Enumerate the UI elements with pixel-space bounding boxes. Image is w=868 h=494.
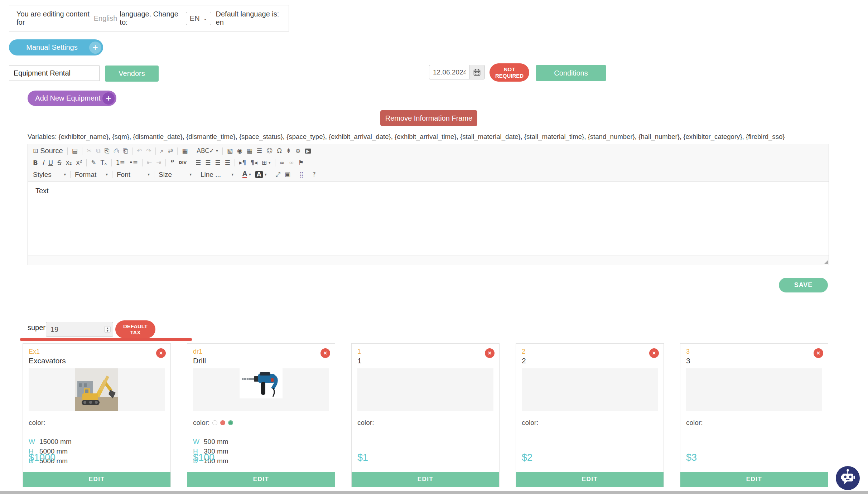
blockquote-icon[interactable]: ” (168, 159, 176, 167)
resize-handle[interactable] (824, 260, 828, 264)
undo-icon[interactable]: ↶ (135, 147, 144, 155)
delete-equipment-button[interactable]: ✕ (814, 348, 823, 358)
stepper-down-icon: ▾ (106, 329, 108, 332)
equipment-image-placeholder (29, 368, 165, 411)
add-new-equipment-button[interactable]: Add New Equipment + (28, 91, 116, 106)
delete-equipment-button[interactable]: ✕ (320, 348, 330, 358)
save-button[interactable]: SAVE (779, 278, 828, 292)
conditions-button[interactable]: Conditions (536, 65, 606, 81)
color-label: color: (522, 419, 538, 427)
table-icon[interactable]: ▦ (245, 147, 254, 155)
font-select[interactable]: Font▾ (115, 170, 151, 179)
line-height-select[interactable]: Line ...▾ (199, 170, 235, 179)
tax-number-input[interactable]: 19 ▴ ▾ (46, 322, 113, 337)
delete-equipment-button[interactable]: ✕ (156, 348, 166, 358)
edit-button[interactable]: EDIT (516, 472, 664, 487)
new-page-icon[interactable]: ▤ (70, 147, 79, 155)
remove-format-icon[interactable]: Tₓ (99, 159, 109, 166)
toolbar-divider (154, 171, 154, 178)
color-swatch-red[interactable] (220, 420, 225, 425)
default-tax-line1: DEFAULT (123, 323, 148, 329)
superscript-icon[interactable]: x² (74, 159, 84, 166)
show-blocks-icon[interactable]: ▣ (283, 171, 292, 178)
paste-word-icon[interactable]: ⎗ (121, 147, 130, 155)
size-select[interactable]: Size▾ (157, 170, 193, 179)
image-icon[interactable]: ▧ (225, 147, 235, 155)
about-icon[interactable]: ? (311, 171, 318, 178)
ltr-icon[interactable]: ▸¶ (237, 159, 248, 166)
smiley-icon[interactable]: ☺ (265, 147, 275, 155)
cut-icon[interactable]: ✂ (85, 147, 93, 155)
default-tax-button[interactable]: DEFAULT TAX (115, 320, 155, 338)
page-break-icon[interactable]: ⇟ (284, 147, 293, 155)
paste-icon[interactable]: ⎘ (103, 147, 111, 155)
calendar-button[interactable] (469, 65, 485, 79)
manual-settings-button[interactable]: Manual Settings + (9, 39, 103, 55)
equipment-image-placeholder (686, 368, 822, 411)
flash-icon[interactable]: ◉ (235, 147, 244, 155)
replace-icon[interactable]: ⇄ (166, 147, 175, 155)
subscript-icon[interactable]: x₂ (64, 159, 74, 166)
numbered-list-icon[interactable]: 1≡ (114, 159, 127, 166)
color-swatch-white[interactable] (212, 420, 217, 425)
delete-equipment-button[interactable]: ✕ (649, 348, 659, 358)
maximize-icon[interactable]: ⤢ (274, 171, 282, 178)
language-select[interactable]: EN ⌄ (186, 12, 211, 25)
align-right-icon[interactable]: ☰ (213, 159, 222, 166)
link-icon[interactable]: ∞ (278, 159, 286, 166)
edit-button[interactable]: EDIT (680, 472, 828, 487)
decrease-indent-icon[interactable]: ⇤ (145, 159, 154, 166)
special-char-icon[interactable]: Ω (275, 147, 284, 155)
copy-icon[interactable]: ⧉ (94, 147, 102, 155)
width-label: W (29, 437, 35, 446)
edit-button[interactable]: EDIT (23, 472, 170, 487)
youtube-icon[interactable]: ▶ (303, 148, 313, 154)
div-container-icon[interactable]: DIV (177, 160, 188, 165)
color-swatch-green[interactable] (228, 420, 233, 425)
toolbar-divider (275, 159, 275, 166)
format-select[interactable]: Format▾ (73, 170, 110, 179)
equipment-price: $3 (686, 452, 697, 463)
strike-icon[interactable]: S (56, 159, 63, 167)
spellcheck-icon[interactable]: ABC✓▾ (195, 147, 220, 155)
chatbot-launcher-button[interactable] (836, 466, 860, 490)
paste-text-icon[interactable]: ⎙ (112, 147, 121, 155)
align-justify-icon[interactable]: ☰ (223, 159, 232, 166)
bold-icon[interactable]: B (31, 159, 40, 167)
select-all-icon[interactable]: ▦ (180, 147, 189, 155)
not-required-badge[interactable]: NOT REQUIRED (490, 63, 529, 82)
align-center-icon[interactable]: ☰ (203, 159, 212, 166)
current-language: English (94, 14, 117, 23)
redo-icon[interactable]: ↷ (144, 147, 153, 155)
styles-select[interactable]: Styles▾ (31, 170, 68, 179)
horizontal-scrollbar[interactable] (0, 491, 868, 494)
width-value: 500 mm (204, 437, 228, 446)
number-stepper[interactable]: ▴ ▾ (104, 326, 111, 333)
find-icon[interactable]: ⌕ (158, 147, 165, 155)
remove-information-frame-button[interactable]: Remove Information Frame (380, 110, 477, 126)
toolbar-divider (111, 159, 112, 166)
edit-button[interactable]: EDIT (187, 472, 335, 487)
apps-grid-icon[interactable]: ⣿ (298, 171, 305, 178)
source-button[interactable]: ⊡Source (31, 146, 65, 156)
page-title-input[interactable] (9, 66, 100, 81)
increase-indent-icon[interactable]: ⇥ (154, 159, 163, 166)
italic-icon[interactable]: I (40, 159, 46, 167)
edit-button[interactable]: EDIT (352, 472, 499, 487)
vendors-button[interactable]: Vendors (105, 66, 159, 82)
horizontal-rule-icon[interactable]: ☰ (255, 147, 264, 155)
anchor-icon[interactable]: ⚑ (296, 159, 305, 166)
unlink-icon[interactable]: ∞ (287, 159, 296, 166)
align-left-icon[interactable]: ☰ (194, 159, 203, 166)
language-icon[interactable]: ⊞▾ (260, 159, 273, 166)
editor-content[interactable]: Text (28, 181, 829, 256)
text-color-icon[interactable]: A▾ (241, 170, 253, 179)
copy-formatting-icon[interactable]: ✎ (89, 159, 98, 166)
underline-icon[interactable]: U (47, 159, 55, 167)
bulleted-list-icon[interactable]: •≡ (127, 159, 140, 166)
delete-equipment-button[interactable]: ✕ (485, 348, 495, 358)
date-input[interactable] (429, 65, 469, 79)
iframe-icon[interactable]: ⊕ (294, 147, 302, 155)
rtl-icon[interactable]: ¶◂ (249, 159, 259, 166)
bg-color-icon[interactable]: A▾ (254, 170, 269, 179)
